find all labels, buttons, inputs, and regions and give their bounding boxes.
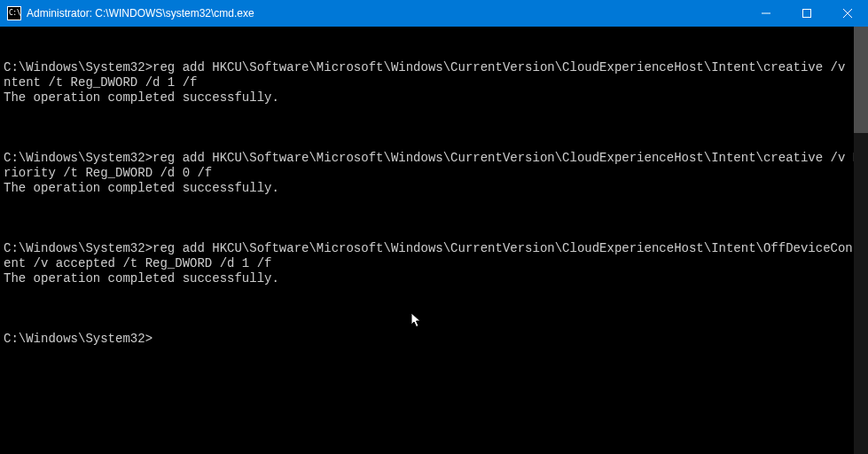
scrollbar-thumb[interactable] [854,27,868,133]
vertical-scrollbar[interactable] [854,27,868,454]
command-block: C:\Windows\System32>reg add HKCU\Softwar… [4,60,866,106]
terminal-output[interactable]: C:\Windows\System32>reg add HKCU\Softwar… [0,27,868,454]
prompt-text: C:\Windows\System32> [4,151,152,165]
cmd-icon: C:\ [7,6,21,20]
output-text: The operation completed successfully. [4,181,279,195]
close-icon [843,9,852,18]
minimize-icon [762,9,770,18]
output-text: The operation completed successfully. [4,271,279,286]
close-button[interactable] [827,0,868,27]
svg-rect-1 [803,10,811,18]
prompt-text: C:\Windows\System32> [4,241,152,255]
command-block: C:\Windows\System32>reg add HKCU\Softwar… [4,151,866,196]
minimize-button[interactable] [746,0,786,27]
maximize-button[interactable] [786,0,827,27]
cmd-window: C:\ Administrator: C:\WINDOWS\system32\c… [0,0,868,454]
titlebar[interactable]: C:\ Administrator: C:\WINDOWS\system32\c… [0,0,868,27]
output-text: The operation completed successfully. [4,90,279,105]
current-prompt-line: C:\Windows\System32> [4,332,866,347]
prompt-text: C:\Windows\System32> [4,332,152,346]
command-block: C:\Windows\System32>reg add HKCU\Softwar… [4,241,866,286]
maximize-icon [802,9,811,18]
prompt-text: C:\Windows\System32> [4,60,152,74]
window-title: Administrator: C:\WINDOWS\system32\cmd.e… [27,7,254,20]
